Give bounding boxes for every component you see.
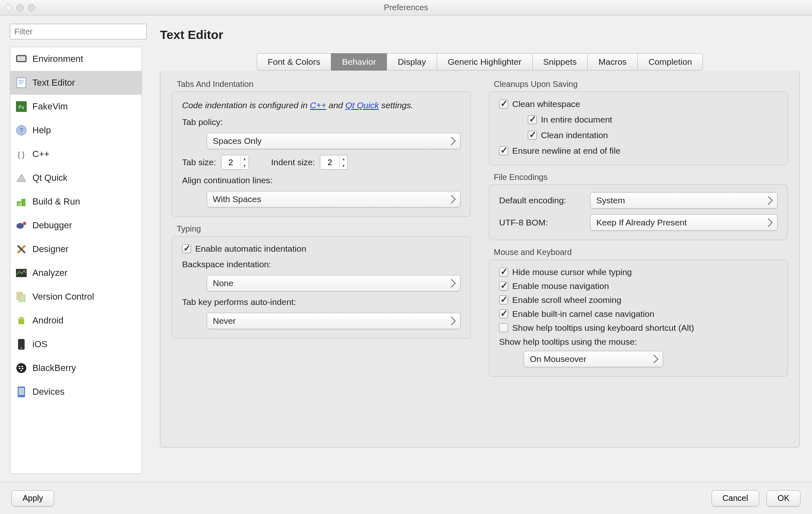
camel-case-checkbox[interactable]: Enable built-in camel case navigation [499, 309, 778, 319]
tab-display[interactable]: Display [387, 53, 437, 71]
sidebar-item-buildrun[interactable]: Q Build & Run [10, 190, 141, 214]
qtquick-link[interactable]: Qt Quick [345, 100, 379, 110]
behavior-panel: Tabs And Indentation Code indentation is… [160, 71, 800, 448]
svg-rect-2 [17, 78, 26, 88]
tab-size-input[interactable] [221, 158, 240, 167]
sidebar-item-label: Android [32, 315, 64, 326]
versioncontrol-icon [15, 291, 27, 303]
align-select[interactable]: With Spaces [207, 191, 461, 207]
tab-macros[interactable]: Macros [587, 53, 637, 71]
blackberry-icon [15, 362, 27, 374]
filter-input[interactable] [10, 24, 147, 39]
sidebar-item-label: Debugger [32, 220, 72, 231]
tab-snippets[interactable]: Snippets [532, 53, 588, 71]
text-editor-icon [15, 77, 27, 89]
sidebar-item-cpp[interactable]: { } C++ [10, 142, 141, 166]
svg-rect-1 [17, 56, 25, 61]
svg-rect-21 [19, 295, 25, 302]
sidebar-item-text-editor[interactable]: Text Editor [10, 71, 141, 95]
sidebar-item-label: Build & Run [32, 196, 80, 207]
svg-rect-33 [18, 388, 24, 395]
tab-policy-label: Tab policy: [182, 117, 461, 127]
chevron-up-icon[interactable]: ▲ [340, 155, 347, 162]
sidebar-item-help[interactable]: ? Help [10, 118, 141, 142]
indent-size-label: Indent size: [271, 157, 315, 167]
tab-completion[interactable]: Completion [637, 53, 703, 71]
chevron-down-icon[interactable]: ▼ [241, 162, 249, 169]
tooltip-kb-checkbox[interactable]: Show help tooltips using keyboard shortc… [499, 323, 778, 333]
traffic-lights [5, 4, 35, 11]
bom-select[interactable]: Keep If Already Present [590, 214, 778, 231]
backspace-select[interactable]: None [207, 275, 461, 291]
sidebar-item-blackberry[interactable]: BlackBerry [10, 356, 141, 380]
sidebar-item-environment[interactable]: Environment [10, 47, 141, 71]
group-mouse-keyboard: Mouse and Keyboard Hide mouse cursor whi… [489, 248, 788, 377]
sidebar-item-android[interactable]: Android [10, 309, 141, 332]
environment-icon [15, 53, 27, 65]
tooltip-mouse-select[interactable]: On Mouseover [524, 351, 663, 367]
default-encoding-label: Default encoding: [499, 196, 585, 205]
indent-size-stepper[interactable]: ▲▼ [320, 155, 348, 170]
sidebar-item-label: Environment [32, 54, 83, 64]
apply-button[interactable]: Apply [11, 490, 54, 507]
svg-point-16 [23, 222, 26, 225]
in-entire-checkbox[interactable]: In entire document [499, 115, 778, 125]
tooltip-mouse-label: Show help tooltips using the mouse: [499, 337, 778, 347]
align-label: Align continuation lines: [182, 175, 461, 185]
mouse-nav-checkbox[interactable]: Enable mouse navigation [499, 281, 778, 291]
fakevim-icon: Fv [15, 100, 27, 113]
group-cleanups: Cleanups Upon Saving Clean whitespace In… [489, 80, 788, 165]
cpp-link[interactable]: C++ [310, 100, 326, 110]
sidebar-item-designer[interactable]: Designer [10, 237, 141, 261]
sidebar-item-fakevim[interactable]: Fv FakeVim [10, 95, 141, 118]
clean-indent-checkbox[interactable]: Clean indentation [499, 130, 778, 140]
default-encoding-select[interactable]: System [590, 192, 778, 209]
cancel-button[interactable]: Cancel [712, 490, 759, 507]
minimize-icon[interactable] [16, 4, 24, 11]
svg-text:Fv: Fv [18, 105, 24, 110]
group-tabs-indentation: Tabs And Indentation Code indentation is… [172, 80, 471, 217]
tab-policy-select[interactable]: Spaces Only [207, 133, 461, 149]
sidebar-item-devices[interactable]: Devices [10, 380, 141, 404]
sidebar-item-qtquick[interactable]: Qt Quick [10, 166, 141, 190]
tabkey-select[interactable]: Never [207, 313, 461, 329]
zoom-icon[interactable] [28, 4, 35, 11]
sidebar-item-analyzer[interactable]: Analyzer [10, 261, 141, 285]
main-panel: Text Editor Font & Colors Behavior Displ… [148, 16, 812, 482]
svg-point-30 [22, 368, 24, 369]
cpp-icon: { } [15, 148, 27, 160]
category-list[interactable]: Environment Text Editor Fv FakeVim ? Hel… [10, 47, 142, 474]
scroll-zoom-checkbox[interactable]: Enable scroll wheel zooming [499, 295, 778, 305]
designer-icon [15, 243, 27, 255]
devices-icon [15, 386, 27, 398]
qtquick-icon [15, 172, 27, 184]
svg-point-26 [16, 363, 26, 373]
ios-icon [15, 338, 27, 350]
chevron-down-icon[interactable]: ▼ [340, 162, 347, 169]
group-title: Typing [172, 224, 471, 234]
svg-point-27 [18, 366, 21, 367]
sidebar-item-versioncontrol[interactable]: Version Control [10, 285, 141, 309]
indent-size-input[interactable] [320, 158, 339, 167]
tab-size-stepper[interactable]: ▲▼ [221, 155, 249, 170]
sidebar-item-label: Help [32, 125, 51, 136]
ok-button[interactable]: OK [766, 490, 801, 507]
close-icon[interactable] [5, 4, 12, 11]
tab-behavior[interactable]: Behavior [331, 53, 387, 71]
clean-whitespace-checkbox[interactable]: Clean whitespace [499, 99, 778, 109]
buildrun-icon: Q [15, 196, 27, 208]
tabkey-label: Tab key performs auto-indent: [182, 297, 461, 307]
chevron-up-icon[interactable]: ▲ [241, 155, 249, 162]
svg-text:?: ? [20, 127, 23, 134]
ensure-newline-checkbox[interactable]: Ensure newline at end of file [499, 146, 778, 156]
tab-generic-highlighter[interactable]: Generic Highlighter [437, 53, 532, 71]
hide-cursor-checkbox[interactable]: Hide mouse cursor while typing [499, 267, 778, 277]
auto-indent-checkbox[interactable]: Enable automatic indentation [182, 244, 461, 254]
sidebar-item-label: Qt Quick [32, 173, 68, 183]
sidebar-item-ios[interactable]: iOS [10, 332, 141, 356]
sidebar-item-label: Text Editor [32, 77, 75, 88]
page-title: Text Editor [160, 28, 800, 42]
android-icon [15, 314, 27, 327]
sidebar-item-debugger[interactable]: Debugger [10, 214, 141, 237]
tab-font-colors[interactable]: Font & Colors [257, 53, 331, 71]
